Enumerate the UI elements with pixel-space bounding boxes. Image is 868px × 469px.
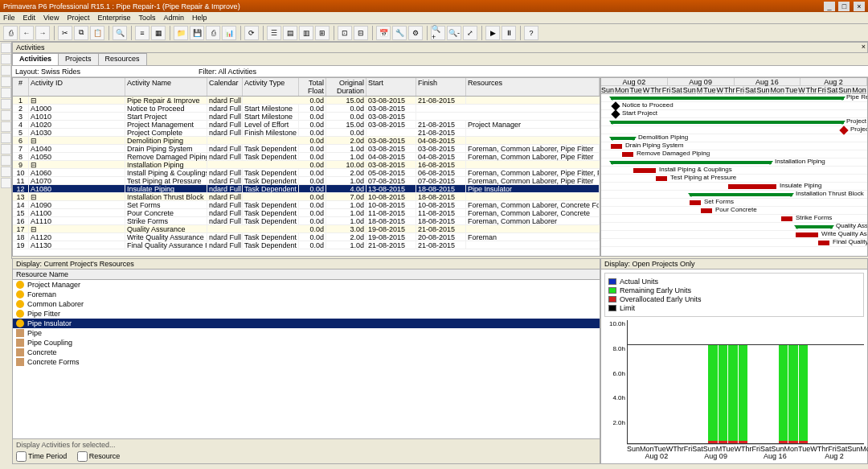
filter-label[interactable]: Filter: All Activities bbox=[199, 68, 256, 76]
toolbar-button[interactable]: ⊞ bbox=[315, 26, 330, 40]
table-row[interactable]: 15 A1100Pour Concretendard Full TimeTask… bbox=[13, 209, 600, 217]
gantt-bar[interactable] bbox=[818, 241, 829, 245]
toolbar-button[interactable]: 📋 bbox=[90, 26, 104, 40]
gantt-bar[interactable] bbox=[839, 125, 848, 134]
gantt-bar[interactable] bbox=[690, 193, 792, 196]
side-button[interactable] bbox=[1, 54, 11, 64]
gantt-bar[interactable] bbox=[611, 137, 635, 140]
resource-header[interactable]: Resource Name bbox=[13, 269, 600, 280]
menu-edit[interactable]: Edit bbox=[23, 14, 36, 22]
toolbar-button[interactable]: ☰ bbox=[267, 26, 281, 40]
table-row[interactable]: 5 A1030Project Completendard Full TimeFi… bbox=[13, 129, 600, 137]
side-button[interactable] bbox=[1, 65, 11, 76]
toolbar-button[interactable]: 🔍- bbox=[447, 26, 461, 40]
table-row[interactable]: 2 A1000Notice to Proceedndard Full TimeS… bbox=[13, 105, 600, 113]
table-row[interactable]: 3 A1010Start Projectndard Full TimeStart… bbox=[13, 113, 600, 121]
gantt-bar[interactable] bbox=[728, 184, 776, 189]
menu-help[interactable]: Help bbox=[192, 14, 207, 22]
toolbar-button[interactable]: 💾 bbox=[190, 26, 204, 40]
menu-file[interactable]: File bbox=[3, 14, 15, 22]
table-row[interactable]: 18 A1120Write Quality Assurance Reportnd… bbox=[13, 233, 600, 241]
toolbar-button[interactable]: ▦ bbox=[151, 26, 166, 40]
side-button[interactable] bbox=[1, 144, 11, 154]
toolbar-button[interactable]: ⚙ bbox=[408, 26, 423, 40]
toolbar-button[interactable]: 🔍+ bbox=[431, 26, 445, 40]
gantt-bar[interactable] bbox=[611, 109, 620, 118]
gantt-bar[interactable] bbox=[701, 208, 712, 213]
menu-enterprise[interactable]: Enterprise bbox=[97, 14, 130, 22]
side-button[interactable] bbox=[1, 99, 11, 109]
toolbar-button[interactable]: ≡ bbox=[135, 26, 149, 40]
toolbar-button[interactable]: ? bbox=[524, 26, 538, 40]
tab-projects[interactable]: Projects bbox=[58, 53, 99, 65]
table-row[interactable]: 9⊟ Installation Piping0.0d10.0d03-08-201… bbox=[13, 161, 600, 169]
toolbar-button[interactable]: 📅 bbox=[376, 26, 391, 40]
resource-display-label[interactable]: Display: Current Project's Resources bbox=[13, 259, 600, 269]
table-row[interactable]: 1⊟ Pipe Repair & Improvendard Full Time0… bbox=[13, 97, 600, 105]
menu-tools[interactable]: Tools bbox=[138, 14, 155, 22]
toolbar-button[interactable]: 📊 bbox=[222, 26, 236, 40]
resource-item[interactable]: Foreman bbox=[13, 290, 600, 299]
table-row[interactable]: 10 A1060Install Piping & Couplingsndard … bbox=[13, 169, 600, 177]
menu-admin[interactable]: Admin bbox=[163, 14, 184, 22]
gantt-bar[interactable] bbox=[656, 176, 667, 181]
toolbar-button[interactable]: 📁 bbox=[174, 26, 188, 40]
toolbar-button[interactable]: ⏸ bbox=[502, 26, 516, 40]
gantt-bar[interactable] bbox=[611, 161, 772, 164]
side-button[interactable] bbox=[1, 178, 11, 188]
table-row[interactable]: 12 A1080Insulate Pipingndard Full TimeTa… bbox=[13, 185, 600, 193]
table-row[interactable]: 7 A1040Drain Piping Systemndard Full Tim… bbox=[13, 145, 600, 153]
gantt-bar[interactable] bbox=[611, 144, 622, 149]
resource-list[interactable]: Project ManagerForemanCommon LaborerPipe… bbox=[13, 280, 600, 438]
gantt-bar[interactable] bbox=[796, 232, 818, 237]
close-icon[interactable]: × bbox=[854, 2, 865, 11]
tab-activities[interactable]: Activities bbox=[12, 53, 59, 65]
panel-close-icon[interactable]: × bbox=[862, 43, 866, 51]
side-button[interactable] bbox=[1, 155, 11, 166]
gantt-bar[interactable] bbox=[611, 97, 844, 100]
table-row[interactable]: 4 A1020Project Managementndard Full Time… bbox=[13, 121, 600, 129]
side-button[interactable] bbox=[1, 88, 11, 98]
toolbar-button[interactable]: ⎙ bbox=[3, 26, 18, 40]
activities-grid[interactable]: # Activity ID Activity Name Calendar Act… bbox=[13, 78, 601, 256]
maximize-icon[interactable]: □ bbox=[838, 2, 850, 11]
resource-item[interactable]: Common Laborer bbox=[13, 299, 600, 309]
table-row[interactable]: 16 A1110Strike Formsndard Full TimeTask … bbox=[13, 217, 600, 225]
table-row[interactable]: 6⊟ Demolition Piping0.0d2.0d03-08-201504… bbox=[13, 137, 600, 145]
toolbar-button[interactable]: ✂ bbox=[58, 26, 72, 40]
side-button[interactable] bbox=[1, 133, 11, 143]
toolbar-button[interactable]: ▤ bbox=[283, 26, 297, 40]
side-button[interactable] bbox=[1, 121, 11, 132]
gantt-bar[interactable] bbox=[781, 216, 792, 221]
time-period-checkbox[interactable]: Time Period bbox=[16, 452, 67, 460]
gantt-bar[interactable] bbox=[796, 225, 833, 228]
tab-resources[interactable]: Resources bbox=[98, 53, 147, 65]
toolbar-button[interactable]: ⊟ bbox=[354, 26, 368, 40]
resource-item[interactable]: Pipe Insulator bbox=[13, 319, 600, 328]
table-row[interactable]: 11 A1070Test Piping at Pressurendard Ful… bbox=[13, 177, 600, 185]
side-button[interactable] bbox=[1, 76, 11, 87]
resource-item[interactable]: Pipe Coupling bbox=[13, 338, 600, 348]
gantt-chart[interactable]: Aug 02Aug 09Aug 16Aug 2 SunMonTueWThrFri… bbox=[601, 78, 867, 256]
menu-view[interactable]: View bbox=[43, 14, 59, 22]
resource-item[interactable]: Concrete Forms bbox=[13, 357, 600, 367]
gantt-bar[interactable] bbox=[690, 200, 701, 205]
gantt-bar[interactable] bbox=[611, 121, 844, 124]
chart-display-label[interactable]: Display: Open Projects Only bbox=[601, 259, 867, 269]
resource-item[interactable]: Project Manager bbox=[13, 280, 600, 290]
toolbar-button[interactable]: ▶ bbox=[485, 26, 500, 40]
side-button[interactable] bbox=[1, 167, 11, 177]
table-row[interactable]: 8 A1050Remove Damaged Pipingndard Full T… bbox=[13, 153, 600, 161]
resource-item[interactable]: Concrete bbox=[13, 348, 600, 357]
resource-item[interactable]: Pipe Fitter bbox=[13, 309, 600, 319]
toolbar-button[interactable]: ⎙ bbox=[206, 26, 220, 40]
toolbar-button[interactable]: ⧉ bbox=[74, 26, 88, 40]
toolbar-button[interactable]: ▥ bbox=[299, 26, 313, 40]
table-row[interactable]: 13⊟ Installation Thrust Blockndard Full … bbox=[13, 193, 600, 201]
toolbar-button[interactable]: 🔍 bbox=[113, 26, 127, 40]
menu-project[interactable]: Project bbox=[67, 14, 89, 22]
table-row[interactable]: 19 A1130Final Quality Assurance Inspecti… bbox=[13, 241, 600, 249]
table-row[interactable]: 14 A1090Set Formsndard Full TimeTask Dep… bbox=[13, 201, 600, 209]
toolbar-button[interactable]: ⊡ bbox=[338, 26, 352, 40]
gantt-bar[interactable] bbox=[633, 168, 656, 173]
